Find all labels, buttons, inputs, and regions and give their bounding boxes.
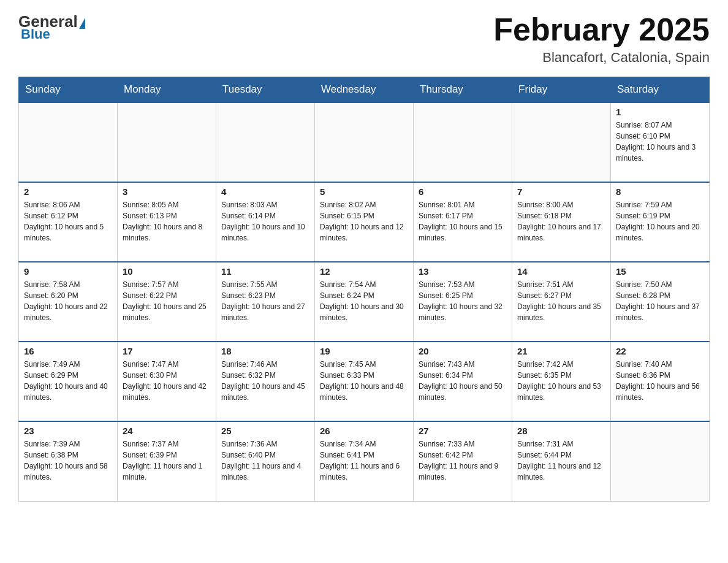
weekday-header-row: Sunday Monday Tuesday Wednesday Thursday… [19,77,710,103]
day-number-3-0: 16 [24,346,112,356]
day-cell-2-4: 13Sunrise: 7:53 AMSunset: 6:25 PMDayligh… [414,262,512,342]
day-cell-1-6: 8Sunrise: 7:59 AMSunset: 6:19 PMDaylight… [611,182,710,262]
calendar-table: Sunday Monday Tuesday Wednesday Thursday… [18,77,710,502]
day-number-3-2: 18 [221,346,309,356]
day-number-1-0: 2 [24,186,112,197]
day-cell-3-2: 18Sunrise: 7:46 AMSunset: 6:32 PMDayligh… [216,342,315,421]
day-number-1-6: 8 [616,186,704,197]
day-number-1-4: 6 [419,186,507,197]
day-info-2-6: Sunrise: 7:50 AMSunset: 6:28 PMDaylight:… [616,279,704,323]
day-cell-1-0: 2Sunrise: 8:06 AMSunset: 6:12 PMDaylight… [19,182,118,262]
day-cell-1-1: 3Sunrise: 8:05 AMSunset: 6:13 PMDaylight… [118,182,216,262]
day-number-4-2: 25 [221,426,309,436]
day-number-3-4: 20 [419,346,507,356]
week-row-3: 16Sunrise: 7:49 AMSunset: 6:29 PMDayligh… [19,342,710,421]
day-number-4-3: 26 [320,426,408,436]
day-number-2-6: 15 [616,266,704,277]
day-number-3-5: 21 [517,346,605,356]
day-number-1-3: 5 [320,186,408,197]
day-cell-3-6: 22Sunrise: 7:40 AMSunset: 6:36 PMDayligh… [611,342,710,421]
header-saturday: Saturday [611,77,710,103]
day-cell-2-2: 11Sunrise: 7:55 AMSunset: 6:23 PMDayligh… [216,262,315,342]
day-info-2-1: Sunrise: 7:57 AMSunset: 6:22 PMDaylight:… [123,279,211,323]
day-cell-1-4: 6Sunrise: 8:01 AMSunset: 6:17 PMDaylight… [414,182,512,262]
day-number-3-6: 22 [616,346,704,356]
day-cell-0-4 [414,102,512,182]
day-cell-2-6: 15Sunrise: 7:50 AMSunset: 6:28 PMDayligh… [611,262,710,342]
week-row-2: 9Sunrise: 7:58 AMSunset: 6:20 PMDaylight… [19,262,710,342]
day-info-2-3: Sunrise: 7:54 AMSunset: 6:24 PMDaylight:… [320,279,408,323]
day-info-2-5: Sunrise: 7:51 AMSunset: 6:27 PMDaylight:… [517,279,605,323]
calendar-title: February 2025 [493,12,710,47]
day-info-4-4: Sunrise: 7:33 AMSunset: 6:42 PMDaylight:… [419,439,507,483]
day-cell-2-5: 14Sunrise: 7:51 AMSunset: 6:27 PMDayligh… [512,262,611,342]
day-number-2-4: 13 [419,266,507,277]
day-cell-4-5: 28Sunrise: 7:31 AMSunset: 6:44 PMDayligh… [512,421,611,501]
day-cell-4-4: 27Sunrise: 7:33 AMSunset: 6:42 PMDayligh… [414,421,512,501]
day-cell-0-0 [19,102,118,182]
day-info-2-0: Sunrise: 7:58 AMSunset: 6:20 PMDaylight:… [24,279,112,323]
day-info-3-3: Sunrise: 7:45 AMSunset: 6:33 PMDaylight:… [320,359,408,403]
logo-blue-text: Blue [21,26,50,42]
day-info-1-5: Sunrise: 8:00 AMSunset: 6:18 PMDaylight:… [517,199,605,243]
day-number-4-4: 27 [419,426,507,436]
day-cell-1-3: 5Sunrise: 8:02 AMSunset: 6:15 PMDaylight… [315,182,414,262]
day-number-4-5: 28 [517,426,605,436]
day-cell-4-3: 26Sunrise: 7:34 AMSunset: 6:41 PMDayligh… [315,421,414,501]
day-info-1-2: Sunrise: 8:03 AMSunset: 6:14 PMDaylight:… [221,199,309,243]
header-tuesday: Tuesday [216,77,315,103]
day-number-4-0: 23 [24,426,112,436]
calendar-subtitle: Blancafort, Catalonia, Spain [493,50,710,66]
day-number-1-5: 7 [517,186,605,197]
day-cell-1-2: 4Sunrise: 8:03 AMSunset: 6:14 PMDaylight… [216,182,315,262]
day-info-4-0: Sunrise: 7:39 AMSunset: 6:38 PMDaylight:… [24,439,112,483]
day-info-0-6: Sunrise: 8:07 AMSunset: 6:10 PMDaylight:… [616,120,704,164]
day-cell-3-4: 20Sunrise: 7:43 AMSunset: 6:34 PMDayligh… [414,342,512,421]
header-friday: Friday [512,77,611,103]
day-info-3-6: Sunrise: 7:40 AMSunset: 6:36 PMDaylight:… [616,359,704,403]
day-number-1-1: 3 [123,186,211,197]
day-cell-3-5: 21Sunrise: 7:42 AMSunset: 6:35 PMDayligh… [512,342,611,421]
header-thursday: Thursday [414,77,512,103]
day-cell-2-1: 10Sunrise: 7:57 AMSunset: 6:22 PMDayligh… [118,262,216,342]
day-number-3-1: 17 [123,346,211,356]
day-number-2-3: 12 [320,266,408,277]
day-cell-4-6 [611,421,710,501]
calendar-body: 1Sunrise: 8:07 AMSunset: 6:10 PMDaylight… [19,102,710,501]
day-info-1-3: Sunrise: 8:02 AMSunset: 6:15 PMDaylight:… [320,199,408,243]
day-cell-3-3: 19Sunrise: 7:45 AMSunset: 6:33 PMDayligh… [315,342,414,421]
day-cell-3-1: 17Sunrise: 7:47 AMSunset: 6:30 PMDayligh… [118,342,216,421]
day-info-1-0: Sunrise: 8:06 AMSunset: 6:12 PMDaylight:… [24,199,112,243]
header-wednesday: Wednesday [315,77,414,103]
day-number-3-3: 19 [320,346,408,356]
day-number-2-5: 14 [517,266,605,277]
day-info-1-4: Sunrise: 8:01 AMSunset: 6:17 PMDaylight:… [419,199,507,243]
day-cell-0-5 [512,102,611,182]
day-cell-4-2: 25Sunrise: 7:36 AMSunset: 6:40 PMDayligh… [216,421,315,501]
day-info-3-1: Sunrise: 7:47 AMSunset: 6:30 PMDaylight:… [123,359,211,403]
day-cell-3-0: 16Sunrise: 7:49 AMSunset: 6:29 PMDayligh… [19,342,118,421]
day-number-2-0: 9 [24,266,112,277]
day-number-2-2: 11 [221,266,309,277]
day-info-1-1: Sunrise: 8:05 AMSunset: 6:13 PMDaylight:… [123,199,211,243]
logo: General Blue [18,12,85,42]
day-cell-0-1 [118,102,216,182]
day-cell-4-0: 23Sunrise: 7:39 AMSunset: 6:38 PMDayligh… [19,421,118,501]
day-info-3-5: Sunrise: 7:42 AMSunset: 6:35 PMDaylight:… [517,359,605,403]
day-number-4-1: 24 [123,426,211,436]
header-monday: Monday [118,77,216,103]
day-cell-4-1: 24Sunrise: 7:37 AMSunset: 6:39 PMDayligh… [118,421,216,501]
day-info-4-3: Sunrise: 7:34 AMSunset: 6:41 PMDaylight:… [320,439,408,483]
day-cell-2-0: 9Sunrise: 7:58 AMSunset: 6:20 PMDaylight… [19,262,118,342]
day-cell-1-5: 7Sunrise: 8:00 AMSunset: 6:18 PMDaylight… [512,182,611,262]
day-cell-0-6: 1Sunrise: 8:07 AMSunset: 6:10 PMDaylight… [611,102,710,182]
logo-triangle-icon [79,18,85,29]
day-cell-2-3: 12Sunrise: 7:54 AMSunset: 6:24 PMDayligh… [315,262,414,342]
day-number-1-2: 4 [221,186,309,197]
week-row-0: 1Sunrise: 8:07 AMSunset: 6:10 PMDaylight… [19,102,710,182]
day-info-2-4: Sunrise: 7:53 AMSunset: 6:25 PMDaylight:… [419,279,507,323]
header-sunday: Sunday [19,77,118,103]
day-number-2-1: 10 [123,266,211,277]
day-info-4-2: Sunrise: 7:36 AMSunset: 6:40 PMDaylight:… [221,439,309,483]
day-info-1-6: Sunrise: 7:59 AMSunset: 6:19 PMDaylight:… [616,199,704,243]
